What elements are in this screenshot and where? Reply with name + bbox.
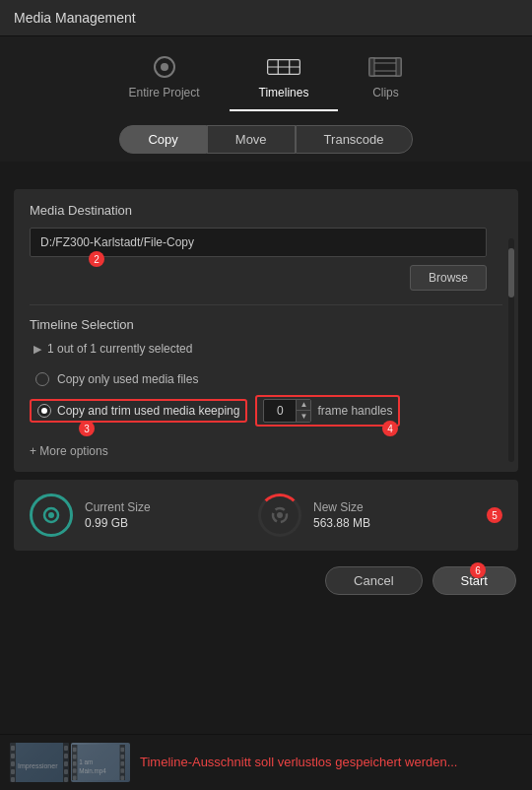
- transcode-button[interactable]: Transcode: [296, 125, 413, 154]
- svg-text:Impressioner: Impressioner: [18, 762, 58, 770]
- selected-count-text: 1 out of 1 currently selected: [47, 342, 192, 356]
- current-size-label: Current Size: [85, 500, 151, 514]
- tab-entire-project[interactable]: Entire Project: [100, 48, 230, 111]
- stepper-up-button[interactable]: ▲: [297, 400, 310, 411]
- tab-clips-label: Clips: [372, 86, 399, 99]
- svg-rect-40: [121, 768, 125, 773]
- svg-text:1 am: 1 am: [79, 758, 93, 765]
- svg-rect-41: [121, 776, 125, 781]
- new-size-item: New Size 563.88 MB: [258, 494, 487, 537]
- svg-rect-21: [11, 769, 15, 774]
- new-size-icon: [258, 494, 301, 537]
- svg-rect-19: [11, 754, 15, 758]
- svg-rect-38: [121, 755, 125, 759]
- current-size-item: Current Size 0.99 GB: [30, 494, 258, 537]
- radio-label-1: Copy only used media files: [57, 372, 198, 386]
- current-size-icon: [30, 494, 73, 537]
- radio-dot: [41, 408, 47, 414]
- svg-rect-36: [73, 776, 77, 781]
- badge-2: 2: [89, 251, 104, 267]
- footer: Impressioner 1 am Main.mp4: [0, 734, 532, 790]
- filmstrip: Impressioner 1 am Main.mp4: [10, 743, 130, 782]
- svg-rect-39: [121, 761, 125, 766]
- circle-icon: [147, 54, 182, 80]
- frame-input[interactable]: [264, 401, 296, 421]
- tab-timelines-label: Timelines: [259, 86, 309, 99]
- media-destination-title: Media Destination: [30, 203, 502, 218]
- svg-rect-35: [73, 768, 77, 773]
- new-size-label: New Size: [313, 500, 370, 514]
- cancel-button[interactable]: Cancel: [325, 566, 422, 595]
- title-bar: Media Management: [0, 0, 532, 36]
- frame-handles-box: ▲ ▼ frame handles: [255, 395, 400, 427]
- media-destination-section: Media Destination D:/FZ300-Karlstadt/Fil…: [30, 203, 502, 291]
- svg-rect-18: [11, 746, 15, 751]
- svg-rect-8: [396, 58, 401, 76]
- grid-icon: [266, 54, 301, 80]
- app-title: Media Management: [14, 10, 136, 26]
- badge-5: 5: [487, 507, 502, 523]
- copy-button[interactable]: Copy: [119, 125, 206, 154]
- badge-3: 3: [79, 421, 95, 436]
- scrollbar-thumb[interactable]: [508, 248, 514, 297]
- svg-rect-7: [369, 58, 374, 76]
- svg-rect-32: [73, 748, 77, 753]
- badge-6: 6: [470, 562, 486, 578]
- tab-timelines[interactable]: Timelines: [230, 48, 339, 111]
- more-options-link[interactable]: + More options: [30, 444, 502, 458]
- stepper-buttons: ▲ ▼: [296, 400, 310, 422]
- timeline-selection-title: Timeline Selection: [30, 317, 134, 332]
- radio-circle-1: [35, 372, 49, 386]
- size-panel: Current Size 0.99 GB New Size 563.88 MB …: [14, 480, 518, 551]
- timeline-selected-row: ▶ 1 out of 1 currently selected: [30, 342, 502, 356]
- operation-bar: Copy Move Transcode: [0, 111, 532, 162]
- film-thumb-1: Impressioner: [10, 743, 69, 782]
- svg-point-1: [161, 63, 168, 71]
- frame-handles-label: frame handles: [317, 404, 392, 418]
- current-size-value: 0.99 GB: [85, 516, 151, 530]
- action-bar: Cancel Start 6: [0, 559, 532, 605]
- timeline-selection-section: Timeline Selection ▶ 1 out of 1 currentl…: [30, 317, 502, 458]
- divider: [30, 304, 502, 305]
- svg-rect-27: [64, 777, 68, 782]
- copy-trim-option-box[interactable]: Copy and trim used media keeping: [30, 399, 247, 423]
- svg-rect-22: [11, 777, 15, 782]
- stepper-down-button[interactable]: ▼: [297, 411, 310, 422]
- radio-trim-row-wrapper: Copy and trim used media keeping ▲ ▼ fra…: [30, 395, 487, 427]
- current-size-info: Current Size 0.99 GB: [85, 500, 151, 530]
- move-button[interactable]: Move: [207, 125, 296, 154]
- svg-rect-20: [11, 761, 15, 766]
- radio-circle-2: [37, 404, 51, 418]
- main-panel: Media Destination D:/FZ300-Karlstadt/Fil…: [14, 189, 518, 472]
- film-thumb-2: 1 am Main.mp4: [71, 743, 130, 782]
- svg-rect-33: [73, 755, 77, 759]
- scrollbar-track[interactable]: [508, 238, 514, 462]
- svg-rect-24: [64, 754, 68, 758]
- svg-point-14: [277, 512, 283, 518]
- radio-label-2: Copy and trim used media keeping: [57, 404, 239, 418]
- radio-copy-only[interactable]: Copy only used media files: [30, 367, 502, 391]
- timeline-selection-header: Timeline Selection: [30, 317, 502, 332]
- svg-rect-34: [73, 761, 77, 766]
- svg-point-12: [48, 512, 54, 518]
- browse-button[interactable]: Browse: [410, 265, 487, 291]
- chevron-icon: ▶: [33, 343, 41, 356]
- svg-rect-25: [64, 761, 68, 766]
- new-size-info: New Size 563.88 MB: [313, 500, 370, 530]
- tab-navigation: Entire Project Timelines Clips: [0, 36, 532, 111]
- tab-clips[interactable]: Clips: [338, 48, 432, 111]
- svg-rect-26: [64, 769, 68, 774]
- tab-entire-project-label: Entire Project: [129, 86, 200, 99]
- radio-copy-trim-row: Copy and trim used media keeping ▲ ▼ fra…: [30, 395, 487, 427]
- svg-text:Main.mp4: Main.mp4: [79, 767, 106, 775]
- svg-rect-23: [64, 746, 68, 751]
- badge-4: 4: [382, 421, 398, 436]
- frame-stepper[interactable]: ▲ ▼: [263, 399, 311, 423]
- svg-rect-37: [121, 748, 125, 753]
- new-size-value: 563.88 MB: [313, 516, 370, 530]
- footer-warning-text: Timeline-Ausschnitt soll verlustlos gesp…: [140, 754, 522, 771]
- film-icon: [367, 54, 403, 80]
